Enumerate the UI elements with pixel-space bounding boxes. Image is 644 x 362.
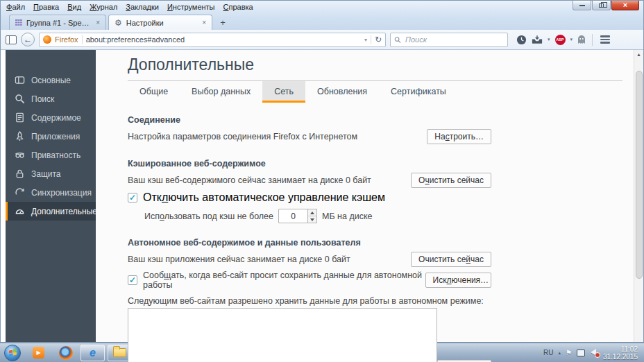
- volume-muted-badge: [595, 352, 600, 358]
- back-button[interactable]: ←: [21, 33, 35, 46]
- menu-tools[interactable]: Инструменты: [163, 2, 219, 12]
- preferences-sidebar: Основные Поиск Содержимое Приложения При…: [6, 50, 96, 342]
- adblock-plus-icon[interactable]: ABP: [555, 35, 566, 45]
- sidebar-toggle-icon[interactable]: [6, 35, 17, 44]
- tab-speed-dial[interactable]: Группа #1 - Speed Dial ×: [9, 15, 106, 30]
- privacy-mask-icon: [15, 150, 25, 160]
- sidebar-item-label: Приватность: [31, 150, 80, 160]
- menu-file[interactable]: Файл: [2, 2, 29, 12]
- menu-bookmarks[interactable]: Закладки: [121, 2, 163, 12]
- clear-appcache-button[interactable]: Очистить сейчас: [411, 252, 491, 267]
- tab-close-icon[interactable]: ×: [202, 19, 206, 26]
- gear-favicon-icon: ⚙: [115, 19, 122, 27]
- menu-history[interactable]: Журнал: [85, 2, 121, 12]
- sidebar-item-search[interactable]: Поиск: [6, 89, 96, 108]
- ghostery-icon[interactable]: [577, 35, 586, 44]
- hidden-icons-arrow[interactable]: ▴: [558, 350, 561, 356]
- sidebar-item-label: Синхронизация: [31, 188, 92, 198]
- tab-network[interactable]: Сеть: [262, 81, 305, 103]
- offline-sites-listbox[interactable]: [128, 308, 437, 362]
- sidebar-item-sync[interactable]: Синхронизация: [6, 183, 96, 202]
- url-dropdown-icon[interactable]: ▾: [364, 37, 367, 43]
- section-cached-content: Кэшированное веб-содержимое: [128, 159, 491, 169]
- new-tab-button[interactable]: +: [215, 16, 230, 28]
- language-indicator[interactable]: RU: [543, 349, 553, 356]
- toolbar-icons: ▾ ABP ▾: [516, 34, 611, 46]
- tab-updates[interactable]: Обновления: [305, 81, 379, 103]
- scroll-up-icon[interactable]: ▲: [636, 52, 641, 57]
- offline-list-label: Следующим веб-сайтам разрешено хранить д…: [128, 296, 491, 306]
- history-clock-icon[interactable]: [516, 35, 527, 45]
- sidebar-item-advanced[interactable]: Дополнительные: [6, 202, 96, 221]
- taskbar-internet-explorer[interactable]: e: [80, 345, 105, 361]
- menu-hamburger-icon[interactable]: [599, 34, 611, 45]
- action-center-flag-icon[interactable]: ⚑: [566, 350, 572, 356]
- sidebar-item-label: Защита: [31, 169, 61, 179]
- tab-data-choices[interactable]: Выбор данных: [180, 81, 262, 103]
- sidebar-item-label: Содержимое: [31, 113, 81, 123]
- content-icon: [15, 112, 25, 123]
- close-button[interactable]: ×: [611, 1, 639, 10]
- volume-icon[interactable]: [590, 349, 598, 356]
- offline-notify-checkbox[interactable]: ✓: [128, 275, 137, 285]
- adblock-dropdown-icon[interactable]: ▾: [570, 37, 573, 42]
- content-scrollbar[interactable]: ▲: [634, 50, 643, 342]
- menu-view[interactable]: Вид: [63, 2, 85, 12]
- left-gutter: [1, 50, 6, 342]
- network-icon[interactable]: [577, 350, 585, 356]
- cache-override-checkbox[interactable]: ✓: [128, 193, 137, 202]
- cache-override-row: ✓ Отключить автоматическое управление кэ…: [128, 191, 491, 204]
- clock[interactable]: 11:02 31.12.2015: [603, 345, 638, 361]
- url-bar[interactable]: Firefox about:preferences#advanced ▾ ↻: [39, 33, 386, 47]
- sidebar-item-general[interactable]: Основные: [6, 71, 96, 89]
- speed-dial-favicon-icon: [15, 19, 22, 26]
- identity-label: Firefox: [55, 35, 78, 44]
- internet-explorer-icon: e: [90, 347, 96, 359]
- network-panel: Соединение Настройка параметров соединен…: [128, 115, 491, 362]
- stepper-down-icon[interactable]: [310, 218, 314, 221]
- folder-icon: [113, 348, 126, 357]
- appcache-usage-text: Ваш кэш приложения сейчас занимает на ди…: [128, 255, 350, 264]
- window-controls: ×: [572, 1, 642, 10]
- clear-cache-button[interactable]: Очистить сейчас: [411, 173, 491, 188]
- tab-preferences[interactable]: ⚙ Настройки ×: [108, 15, 212, 30]
- taskbar-firefox-pinned[interactable]: [53, 345, 78, 361]
- menu-bar: Файл Правка Вид Журнал Закладки Инструме…: [1, 1, 643, 13]
- sidebar-item-applications[interactable]: Приложения: [6, 127, 96, 146]
- sidebar-item-privacy[interactable]: Приватность: [6, 146, 96, 164]
- restore-button[interactable]: [592, 1, 611, 10]
- tab-close-icon[interactable]: ×: [96, 19, 100, 26]
- search-input[interactable]: [404, 35, 504, 44]
- menu-edit[interactable]: Правка: [29, 2, 63, 12]
- clock-date: 31.12.2015: [603, 353, 638, 361]
- downloads-icon[interactable]: [532, 35, 543, 44]
- minimize-button[interactable]: [573, 1, 591, 10]
- page-title: Дополнительные: [128, 55, 622, 74]
- scrollbar-thumb[interactable]: [636, 71, 643, 279]
- search-category-icon: [15, 94, 25, 104]
- browser-content: Основные Поиск Содержимое Приложения При…: [1, 50, 643, 342]
- stepper-up-icon[interactable]: [310, 212, 314, 214]
- tab-certificates[interactable]: Сертификаты: [379, 81, 458, 103]
- taskbar-media-player[interactable]: ▶: [26, 345, 51, 361]
- downloads-dropdown-icon[interactable]: ▾: [548, 37, 550, 42]
- sidebar-item-label: Приложения: [31, 132, 80, 141]
- tab-strip: Группа #1 - Speed Dial × ⚙ Настройки × +: [1, 13, 643, 30]
- url-text: about:preferences#advanced: [86, 35, 185, 44]
- connection-settings-button[interactable]: Настроить…: [427, 129, 491, 144]
- sidebar-item-label: Дополнительные: [31, 207, 97, 216]
- search-bar[interactable]: [390, 33, 508, 47]
- tab-title: Группа #1 - Speed Dial: [26, 19, 92, 27]
- menu-help[interactable]: Справка: [219, 2, 257, 12]
- sidebar-item-label: Основные: [31, 76, 71, 85]
- sidebar-item-content[interactable]: Содержимое: [6, 108, 96, 127]
- reload-icon[interactable]: ↻: [375, 35, 382, 44]
- navigation-toolbar: ← Firefox about:preferences#advanced ▾ ↻…: [1, 30, 643, 50]
- tab-general[interactable]: Общие: [128, 81, 180, 103]
- offline-notify-label: Сообщать, когда веб-сайт просит сохранит…: [143, 270, 425, 290]
- start-button[interactable]: [4, 345, 21, 361]
- cache-size-stepper[interactable]: [307, 209, 317, 223]
- cache-size-input[interactable]: [278, 209, 307, 223]
- sidebar-item-security[interactable]: Защита: [6, 164, 96, 183]
- offline-exceptions-button[interactable]: Исключения…: [425, 273, 491, 288]
